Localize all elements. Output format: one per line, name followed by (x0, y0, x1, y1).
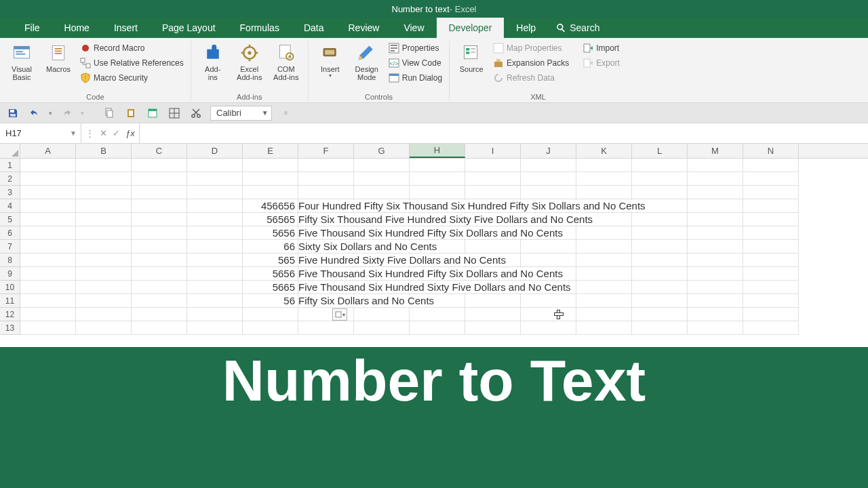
row-header-1[interactable]: 1 (0, 159, 20, 172)
use-relative-references-button[interactable]: Use Relative References (79, 56, 185, 70)
cell-D3[interactable] (187, 186, 243, 199)
properties-button[interactable]: Properties (387, 41, 443, 56)
tab-file[interactable]: File (12, 18, 52, 38)
cell-E8[interactable]: 565 (243, 253, 298, 267)
cell-I12[interactable] (465, 308, 521, 321)
cell-A12[interactable] (20, 308, 76, 321)
cell-C5[interactable] (132, 213, 187, 226)
tab-help[interactable]: Help (504, 18, 548, 38)
cell-L2[interactable] (632, 172, 688, 186)
column-header-D[interactable]: D (187, 144, 243, 158)
cell-M12[interactable] (688, 308, 743, 321)
cell-E9[interactable]: 5656 (243, 267, 298, 281)
row-header-9[interactable]: 9 (0, 267, 20, 281)
cell-E13[interactable] (243, 321, 298, 335)
cell-A9[interactable] (20, 267, 76, 281)
row-header-3[interactable]: 3 (0, 186, 20, 199)
cell-K2[interactable] (576, 172, 632, 186)
cell-M6[interactable] (688, 226, 743, 240)
cell-C12[interactable] (132, 308, 187, 321)
cell-C6[interactable] (132, 226, 187, 240)
cell-F2[interactable] (298, 172, 354, 186)
cell-L13[interactable] (632, 321, 688, 335)
tab-developer[interactable]: Developer (437, 18, 505, 38)
tab-insert[interactable]: Insert (102, 18, 150, 38)
borders-button[interactable] (167, 106, 182, 121)
cell-J8[interactable] (521, 253, 576, 267)
cell-G12[interactable] (354, 308, 410, 321)
name-box[interactable]: H17 ▼ (0, 123, 81, 143)
cell-J7[interactable] (521, 240, 576, 253)
column-header-G[interactable]: G (354, 144, 410, 158)
qat-customize[interactable]: ≡ (279, 106, 294, 121)
insert-function-button[interactable]: ƒx (125, 128, 135, 138)
cell-C4[interactable] (132, 199, 187, 213)
column-header-A[interactable]: A (20, 144, 76, 158)
cell-C3[interactable] (132, 186, 187, 199)
cell-M5[interactable] (688, 213, 743, 226)
cell-L6[interactable] (632, 226, 688, 240)
row-header-11[interactable]: 11 (0, 294, 20, 308)
cell-G2[interactable] (354, 172, 410, 186)
cell-D11[interactable] (187, 294, 243, 308)
cell-A6[interactable] (20, 226, 76, 240)
cancel-formula-button[interactable]: ✕ (100, 128, 107, 138)
column-header-K[interactable]: K (576, 144, 632, 158)
cell-K9[interactable] (576, 267, 632, 281)
column-header-N[interactable]: N (743, 144, 799, 158)
cell-M2[interactable] (688, 172, 743, 186)
cell-E6[interactable]: 5656 (243, 226, 298, 240)
cell-M11[interactable] (688, 294, 743, 308)
cell-A8[interactable] (20, 253, 76, 267)
cell-H2[interactable] (410, 172, 465, 186)
cell-F3[interactable] (298, 186, 354, 199)
cell-N2[interactable] (743, 172, 799, 186)
record-macro-button[interactable]: Record Macro (79, 41, 185, 56)
cell-L11[interactable] (632, 294, 688, 308)
cell-K3[interactable] (576, 186, 632, 199)
tab-view[interactable]: View (391, 18, 436, 38)
cell-M13[interactable] (688, 321, 743, 335)
cell-B13[interactable] (76, 321, 132, 335)
cell-B12[interactable] (76, 308, 132, 321)
cell-C11[interactable] (132, 294, 187, 308)
export-button[interactable]: Export (581, 56, 621, 70)
cell-A10[interactable] (20, 281, 76, 294)
expansion-packs-button[interactable]: Expansion Packs (492, 56, 570, 70)
cell-B1[interactable] (76, 159, 132, 172)
cell-K11[interactable] (576, 294, 632, 308)
cell-A7[interactable] (20, 240, 76, 253)
spreadsheet-grid[interactable]: ABCDEFGHIJKLMN1234456656Four Hundred Fif… (0, 144, 868, 347)
cell-D6[interactable] (187, 226, 243, 240)
cell-L12[interactable] (632, 308, 688, 321)
import-button[interactable]: Import (581, 41, 621, 56)
cell-N10[interactable] (743, 281, 799, 294)
view-code-button[interactable]: </> View Code (387, 56, 443, 70)
cell-M3[interactable] (688, 186, 743, 199)
cell-B3[interactable] (76, 186, 132, 199)
cell-N4[interactable] (743, 199, 799, 213)
save-button[interactable] (5, 106, 20, 121)
cell-E10[interactable]: 5665 (243, 281, 298, 294)
cell-E2[interactable] (243, 172, 298, 186)
paste-options-tag[interactable] (332, 308, 347, 321)
cell-G13[interactable] (354, 321, 410, 335)
macros-button[interactable]: Macros (42, 41, 75, 85)
cell-H1[interactable] (410, 159, 465, 172)
refresh-data-button[interactable]: Refresh Data (492, 70, 570, 85)
cell-I2[interactable] (465, 172, 521, 186)
cell-G3[interactable] (354, 186, 410, 199)
column-header-L[interactable]: L (632, 144, 688, 158)
cell-M10[interactable] (688, 281, 743, 294)
row-header-10[interactable]: 10 (0, 281, 20, 294)
column-header-B[interactable]: B (76, 144, 132, 158)
copy-button[interactable] (102, 106, 117, 121)
row-header-8[interactable]: 8 (0, 253, 20, 267)
cell-N3[interactable] (743, 186, 799, 199)
cell-N5[interactable] (743, 213, 799, 226)
cell-M7[interactable] (688, 240, 743, 253)
cell-C9[interactable] (132, 267, 187, 281)
cell-K12[interactable] (576, 308, 632, 321)
cell-C8[interactable] (132, 253, 187, 267)
cut-button[interactable] (189, 106, 203, 121)
